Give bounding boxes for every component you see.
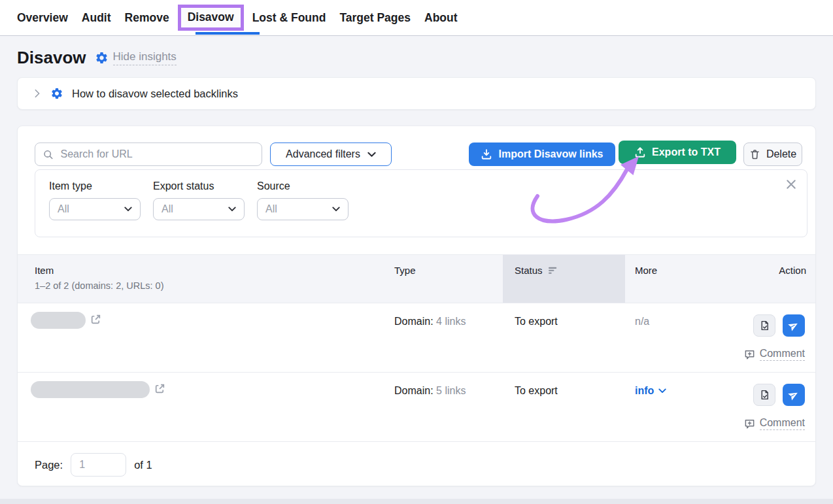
table-summary: 1–2 of 2 (domains: 2, URLs: 0) (35, 280, 163, 291)
chevron-down-icon (367, 152, 376, 158)
status-column-highlight (503, 255, 625, 303)
redacted-item-pill (31, 312, 86, 329)
pagination: Page: of 1 (18, 441, 815, 488)
tab-lost-and-found[interactable]: Lost & Found (252, 11, 326, 25)
search-icon (43, 149, 54, 160)
export-to-txt-label: Export to TXT (652, 146, 721, 158)
filter-item-type-value: All (58, 203, 69, 215)
chevron-down-icon (332, 207, 340, 212)
table-row: Domain: 4 links To export n/a (18, 303, 815, 372)
filter-item-type-select[interactable]: All (49, 198, 141, 220)
info-label: info (635, 385, 654, 397)
export-item-button[interactable] (753, 384, 775, 406)
backlink-audit-disavow-page: Overview Audit Remove Disavow Lost & Fou… (0, 0, 833, 504)
comment-plus-icon (744, 349, 755, 360)
tab-about[interactable]: About (424, 11, 458, 25)
comment-label: Comment (760, 417, 805, 430)
more-cell: n/a (635, 316, 649, 328)
type-links-count: 4 links (436, 316, 466, 327)
hide-insights-link[interactable]: Hide insights (95, 50, 177, 65)
export-to-txt-button[interactable]: Export to TXT (619, 141, 736, 164)
active-tab-underline (196, 32, 260, 35)
trash-icon (749, 148, 760, 160)
type-domain-label: Domain: (394, 316, 434, 327)
gear-icon (95, 51, 109, 65)
tab-disavow[interactable]: Disavow (178, 5, 244, 31)
paper-plane-icon (788, 389, 800, 401)
tab-audit[interactable]: Audit (82, 11, 111, 25)
file-check-icon (759, 389, 770, 401)
comment-plus-icon (744, 418, 755, 429)
sort-descending-icon (549, 267, 558, 275)
filter-export-status-select[interactable]: All (153, 198, 245, 220)
info-dropdown-link[interactable]: info (635, 385, 666, 397)
tab-remove[interactable]: Remove (125, 11, 169, 25)
filter-source-select[interactable]: All (257, 198, 348, 220)
paper-plane-icon (788, 320, 800, 331)
chevron-down-icon (124, 207, 132, 212)
import-disavow-links-label: Import Disavow links (498, 148, 603, 160)
page-title: Disavow (17, 48, 86, 68)
page-bottom-strip (0, 499, 833, 504)
filter-export-status: Export status All (153, 180, 245, 220)
close-icon (786, 179, 796, 190)
import-disavow-links-button[interactable]: Import Disavow links (469, 143, 615, 166)
redacted-item-pill (31, 381, 150, 398)
row-actions (753, 314, 805, 337)
external-link-icon[interactable] (90, 313, 102, 326)
filter-source-label: Source (257, 180, 348, 192)
column-header-status[interactable]: Status (515, 265, 558, 276)
comment-label: Comment (760, 348, 805, 361)
delete-label: Delete (766, 148, 796, 160)
filter-item-type: Item type All (49, 180, 141, 220)
search-input[interactable] (60, 148, 254, 161)
send-item-button[interactable] (783, 384, 805, 406)
type-cell: Domain: 5 links (394, 385, 466, 397)
status-cell: To export (515, 316, 558, 328)
download-icon (481, 148, 492, 160)
type-domain-label: Domain: (394, 385, 434, 396)
table-header: Item Type Status More Action 1–2 of 2 (d… (18, 254, 815, 303)
file-check-icon (759, 320, 770, 331)
advanced-filters-label: Advanced filters (286, 148, 360, 160)
pagination-label: Page: (35, 459, 63, 471)
howto-disavow-panel[interactable]: How to disavow selected backlinks (17, 77, 816, 110)
gear-icon (50, 87, 63, 100)
type-cell: Domain: 4 links (394, 316, 466, 328)
tab-overview[interactable]: Overview (17, 11, 68, 25)
search-box (35, 143, 262, 166)
advanced-filters-button[interactable]: Advanced filters (270, 143, 392, 166)
column-header-action: Action (779, 265, 806, 276)
pagination-total: of 1 (134, 459, 152, 471)
disavow-list-panel: Advanced filters Import Disavow links Ex… (17, 126, 816, 486)
howto-disavow-label: How to disavow selected backlinks (72, 88, 238, 100)
filter-item-type-label: Item type (49, 180, 141, 192)
page-number-input[interactable] (71, 453, 126, 477)
comment-link[interactable]: Comment (744, 417, 805, 430)
filter-export-status-label: Export status (153, 180, 245, 192)
filters-panel: Item type All Export status All (35, 169, 808, 237)
row-actions (753, 384, 805, 406)
tab-disavow-label: Disavow (188, 10, 234, 24)
upload-icon (634, 146, 646, 158)
filter-export-status-value: All (162, 203, 173, 215)
close-filters-button[interactable] (784, 177, 798, 192)
status-cell: To export (515, 385, 558, 397)
filter-source-value: All (265, 203, 277, 215)
export-item-button[interactable] (753, 314, 775, 337)
external-link-icon[interactable] (154, 382, 166, 395)
chevron-right-icon (33, 89, 42, 98)
table-row: Domain: 5 links To export info (18, 372, 815, 441)
send-item-button[interactable] (783, 314, 805, 337)
delete-button[interactable]: Delete (743, 143, 802, 166)
tab-target-pages[interactable]: Target Pages (339, 11, 411, 25)
filter-source: Source All (257, 180, 348, 220)
hide-insights-label: Hide insights (113, 50, 177, 65)
column-header-type: Type (394, 265, 416, 276)
comment-link[interactable]: Comment (744, 348, 805, 361)
column-header-more: More (635, 265, 657, 276)
annotation-highlight-box: Disavow (178, 5, 244, 31)
type-links-count: 5 links (436, 385, 466, 396)
chevron-down-icon (658, 388, 666, 394)
chevron-down-icon (228, 207, 236, 212)
